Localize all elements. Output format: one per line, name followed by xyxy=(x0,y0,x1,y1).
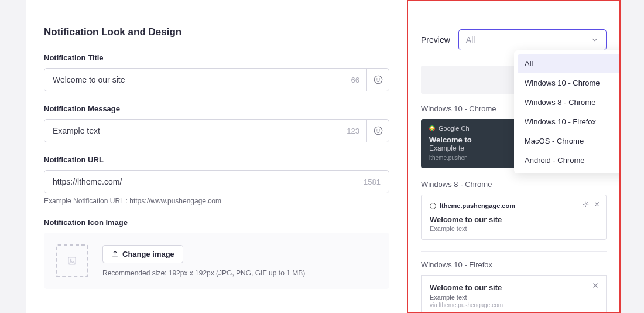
input-wrap-message: 123 xyxy=(44,119,389,142)
dropdown-item-all[interactable]: All xyxy=(518,54,621,73)
url-input[interactable] xyxy=(44,177,364,186)
notif-via: via ltheme.pushengage.com xyxy=(430,302,598,308)
label-message: Notification Message xyxy=(44,104,389,113)
notif-win8-chrome: ltheme.pushengage.com Welcome to our sit… xyxy=(421,195,607,240)
upload-icon xyxy=(111,250,119,258)
preview-select-value: All xyxy=(466,35,475,45)
gear-icon[interactable] xyxy=(583,201,589,207)
label-title: Notification Title xyxy=(44,53,389,62)
input-wrap-title: 66 xyxy=(44,68,389,91)
notif-msg: Example text xyxy=(430,225,598,232)
divider xyxy=(421,251,607,252)
preview-select[interactable]: All xyxy=(458,29,607,50)
close-icon[interactable] xyxy=(594,201,600,207)
preview-panel: Preview All Windows 10 - Chrome Google C… xyxy=(407,0,621,313)
notif-title: Welcome to our site xyxy=(430,215,598,224)
field-title: Notification Title 66 xyxy=(44,53,389,91)
close-icon[interactable] xyxy=(592,282,599,289)
icon-placeholder[interactable] xyxy=(56,244,88,277)
os-label-win10firefox: Windows 10 - Firefox xyxy=(421,260,607,269)
message-input[interactable] xyxy=(44,126,347,135)
chevron-down-icon xyxy=(591,36,599,44)
field-icon: Notification Icon Image Change image Rec… xyxy=(44,218,389,289)
notif-title: Welcome to our site xyxy=(430,283,598,292)
svg-point-1 xyxy=(376,79,377,79)
svg-point-8 xyxy=(585,203,587,205)
preview-label: Preview xyxy=(421,35,450,45)
url-counter: 1581 xyxy=(364,178,389,186)
emoji-button-message[interactable] xyxy=(366,120,389,142)
title-counter: 66 xyxy=(351,76,366,84)
input-wrap-url: 1581 xyxy=(44,170,389,193)
gc-label: Google Ch xyxy=(439,125,470,132)
svg-point-2 xyxy=(379,79,379,79)
url-help: Example Notification URL : https://www.p… xyxy=(44,197,389,205)
chrome-icon xyxy=(429,125,435,131)
svg-point-5 xyxy=(379,130,379,130)
dropdown-item-win10-firefox[interactable]: Windows 10 - Firefox xyxy=(518,112,621,131)
field-message: Notification Message 123 xyxy=(44,104,389,142)
notif-site: ltheme.pushengage.com xyxy=(440,202,515,209)
section-title: Notification Look and Design xyxy=(44,26,389,38)
image-placeholder-icon xyxy=(67,256,77,266)
preview-dropdown: All Windows 10 - Chrome Windows 8 - Chro… xyxy=(514,50,621,173)
smile-icon xyxy=(373,74,383,85)
change-image-label: Change image xyxy=(122,250,174,258)
dropdown-item-android-chrome[interactable]: Android - Chrome xyxy=(518,151,621,170)
globe-icon xyxy=(430,203,436,209)
dropdown-item-win10-chrome[interactable]: Windows 10 - Chrome xyxy=(518,73,621,93)
main-form: Notification Look and Design Notificatio… xyxy=(26,0,407,313)
icon-upload-info: Change image Recommended size: 192px x 1… xyxy=(102,245,305,277)
dropdown-item-macos-chrome[interactable]: MacOS - Chrome xyxy=(518,131,621,151)
icon-recommended: Recommended size: 192px x 192px (JPG, PN… xyxy=(102,269,305,277)
svg-point-3 xyxy=(374,127,382,135)
notif-msg: Example text xyxy=(430,294,598,301)
smile-icon xyxy=(373,125,383,136)
dropdown-item-win8-chrome[interactable]: Windows 8 - Chrome xyxy=(518,93,621,112)
label-url: Notification URL xyxy=(44,155,389,164)
emoji-button-title[interactable] xyxy=(366,69,389,91)
notif-win10-firefox: Welcome to our site Example text via lth… xyxy=(421,275,607,313)
svg-point-7 xyxy=(70,259,71,260)
notif-ctrls xyxy=(583,201,600,207)
svg-point-4 xyxy=(376,130,377,130)
os-label-win8chrome: Windows 8 - Chrome xyxy=(421,180,607,189)
preview-header: Preview All xyxy=(421,29,607,50)
title-input[interactable] xyxy=(44,75,351,84)
label-icon: Notification Icon Image xyxy=(44,218,389,227)
icon-upload-row: Change image Recommended size: 192px x 1… xyxy=(44,233,389,289)
svg-point-0 xyxy=(374,76,382,84)
change-image-button[interactable]: Change image xyxy=(102,245,183,263)
field-url: Notification URL 1581 Example Notificati… xyxy=(44,155,389,205)
message-counter: 123 xyxy=(347,127,366,135)
